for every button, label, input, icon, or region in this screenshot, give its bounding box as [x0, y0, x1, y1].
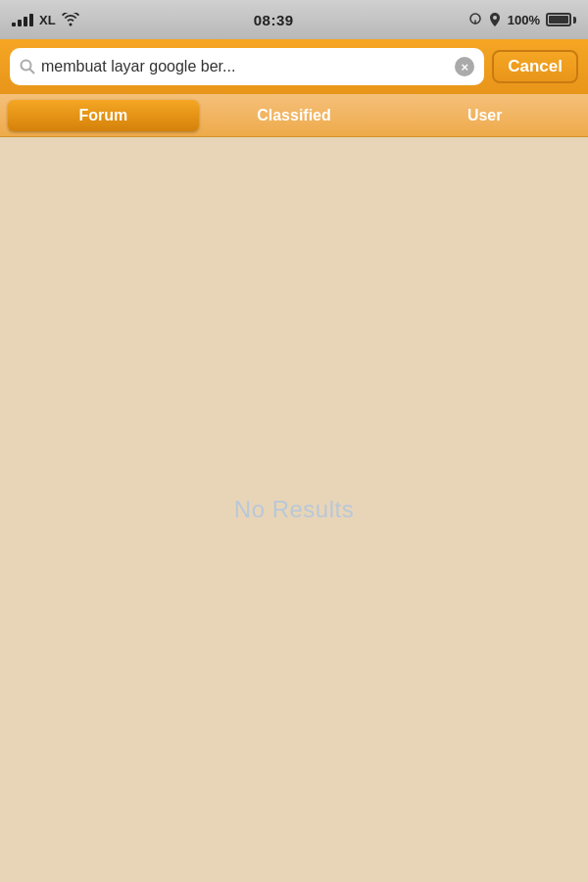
content-area: No Results [0, 137, 588, 882]
status-bar: XL 08:39 100% [0, 0, 588, 39]
lock-icon [468, 12, 482, 27]
tab-classified[interactable]: Classified [199, 100, 390, 131]
tab-forum-label: Forum [78, 107, 127, 124]
tab-user[interactable]: User [389, 100, 580, 131]
status-time: 08:39 [254, 12, 294, 28]
status-right: 100% [468, 12, 576, 27]
clear-button[interactable]: × [455, 57, 474, 76]
battery-percent: 100% [508, 13, 540, 27]
wifi-icon [62, 13, 79, 26]
search-input[interactable] [41, 58, 449, 75]
location-icon [488, 12, 502, 27]
cancel-button[interactable]: Cancel [492, 50, 578, 83]
tab-classified-label: Classified [257, 107, 331, 124]
tab-bar: Forum Classified User [0, 94, 588, 137]
tab-user-label: User [467, 107, 503, 124]
carrier-label: XL [39, 13, 56, 27]
search-input-wrapper: × [10, 48, 484, 85]
search-icon [20, 59, 35, 74]
svg-line-2 [30, 70, 34, 74]
status-left: XL [12, 13, 79, 27]
no-results-message: No Results [234, 496, 354, 523]
search-bar: × Cancel [0, 39, 588, 94]
tab-forum[interactable]: Forum [8, 100, 199, 131]
battery-icon [546, 13, 576, 26]
signal-icon [12, 13, 33, 26]
